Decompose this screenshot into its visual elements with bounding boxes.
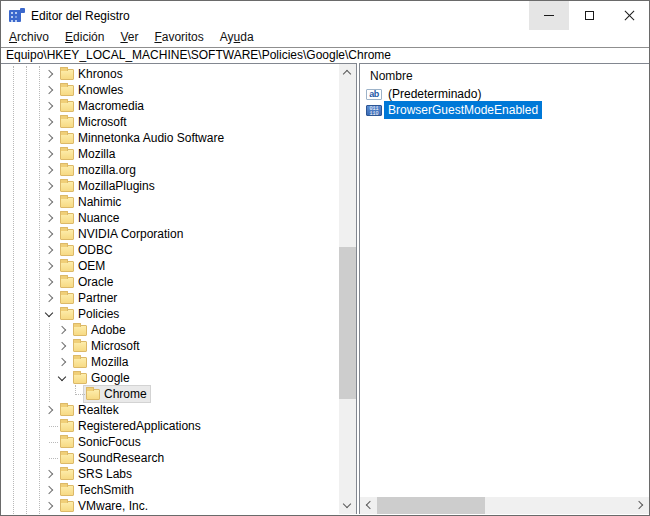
- tree-item-label: Adobe: [91, 323, 126, 337]
- address-input[interactable]: [1, 47, 649, 65]
- maximize-button[interactable]: [569, 1, 609, 30]
- tree-item-Nahimic[interactable]: Nahimic: [1, 194, 339, 210]
- folder-icon: [60, 101, 74, 112]
- tree-item-label: Policies: [78, 307, 119, 321]
- menu-item-ver[interactable]: Ver: [112, 31, 146, 45]
- tree-item-Chrome[interactable]: Chrome: [1, 386, 339, 402]
- chevron-right-icon[interactable]: [43, 210, 55, 226]
- chevron-right-icon[interactable]: [43, 498, 55, 514]
- tree-item-label: Microsoft: [78, 115, 127, 129]
- tree-item-label: Partner: [78, 291, 117, 305]
- chevron-right-icon[interactable]: [43, 274, 55, 290]
- tree-item-Realtek[interactable]: Realtek: [1, 402, 339, 418]
- string-value-icon: [366, 89, 382, 100]
- chevron-right-icon[interactable]: [56, 354, 68, 370]
- scroll-left-button[interactable]: [360, 497, 377, 514]
- chevron-right-icon[interactable]: [43, 194, 55, 210]
- chevron-right-icon[interactable]: [43, 162, 55, 178]
- scrollbar-thumb[interactable]: [377, 497, 485, 514]
- tree-item-SonicFocus[interactable]: SonicFocus: [1, 434, 339, 450]
- column-header-name[interactable]: Nombre: [360, 64, 649, 86]
- tree-item-SRS Labs[interactable]: SRS Labs: [1, 466, 339, 482]
- chevron-right-icon[interactable]: [43, 226, 55, 242]
- tree-item-label: Knowles: [78, 83, 123, 97]
- tree-item-OEM[interactable]: OEM: [1, 258, 339, 274]
- tree-item-TechSmith[interactable]: TechSmith: [1, 482, 339, 498]
- tree-item-Khronos[interactable]: Khronos: [1, 66, 339, 82]
- tree-item-SoundResearch[interactable]: SoundResearch: [1, 450, 339, 466]
- menu-item-favoritos[interactable]: Favoritos: [146, 31, 211, 45]
- chevron-right-icon[interactable]: [43, 66, 55, 82]
- menu-item-archivo[interactable]: Archivo: [1, 31, 57, 45]
- menu-bar: ArchivoEdiciónVerFavoritosAyuda: [1, 31, 649, 45]
- tree-item-label: TechSmith: [78, 483, 134, 497]
- tree-item-label: ODBC: [78, 243, 113, 257]
- chevron-right-icon[interactable]: [43, 178, 55, 194]
- value-row-BrowserGuestModeEnabled[interactable]: BrowserGuestModeEnabled: [360, 102, 649, 118]
- chevron-right-icon[interactable]: [43, 114, 55, 130]
- tree-item-Mozilla[interactable]: Mozilla: [1, 146, 339, 162]
- folder-icon: [60, 245, 74, 256]
- folder-icon: [60, 197, 74, 208]
- chevron-right-icon[interactable]: [43, 242, 55, 258]
- chevron-right-icon[interactable]: [43, 98, 55, 114]
- tree-item-content[interactable]: VMware, Inc.: [57, 497, 152, 514]
- chevron-right-icon[interactable]: [56, 322, 68, 338]
- value-row-Predeterminado[interactable]: (Predeterminado): [360, 86, 649, 102]
- tree-item-Google[interactable]: Google: [1, 370, 339, 386]
- chevron-right-icon[interactable]: [43, 482, 55, 498]
- chevron-right-icon[interactable]: [56, 338, 68, 354]
- menu-item-ayuda[interactable]: Ayuda: [212, 31, 262, 45]
- chevron-up-icon: [343, 70, 351, 78]
- title-bar[interactable]: Editor del Registro: [1, 1, 649, 31]
- folder-icon: [60, 405, 74, 416]
- tree-item-Knowles[interactable]: Knowles: [1, 82, 339, 98]
- tree-item-label: Chrome: [104, 387, 147, 401]
- tree-item-Microsoft[interactable]: Microsoft: [1, 338, 339, 354]
- tree-item-Microsoft[interactable]: Microsoft: [1, 114, 339, 130]
- chevron-right-icon[interactable]: [43, 130, 55, 146]
- chevron-right-icon[interactable]: [43, 146, 55, 162]
- scroll-right-button[interactable]: [632, 497, 649, 514]
- tree-item-Minnetonka Audio Software[interactable]: Minnetonka Audio Software: [1, 130, 339, 146]
- tree-item-Nuance[interactable]: Nuance: [1, 210, 339, 226]
- minimize-button[interactable]: [529, 1, 569, 30]
- chevron-right-icon[interactable]: [43, 466, 55, 482]
- tree-item-mozilla.org[interactable]: mozilla.org: [1, 162, 339, 178]
- main-area: KhronosKnowlesMacromediaMicrosoftMinneto…: [1, 63, 649, 514]
- tree-item-label: Minnetonka Audio Software: [78, 131, 224, 145]
- tree-vertical-scrollbar[interactable]: [339, 64, 356, 514]
- tree-item-RegisteredApplications[interactable]: RegisteredApplications: [1, 418, 339, 434]
- chevron-down-icon[interactable]: [43, 306, 55, 322]
- folder-icon: [60, 165, 74, 176]
- menu-item-edición[interactable]: Edición: [57, 31, 112, 45]
- scroll-down-button[interactable]: [339, 497, 356, 514]
- tree-item-Policies[interactable]: Policies: [1, 306, 339, 322]
- tree-item-Oracle[interactable]: Oracle: [1, 274, 339, 290]
- tree-item-label: Khronos: [78, 67, 123, 81]
- values-horizontal-scrollbar[interactable]: [360, 497, 649, 514]
- tree-item-ODBC[interactable]: ODBC: [1, 242, 339, 258]
- tree-item-VMware, Inc.[interactable]: VMware, Inc.: [1, 498, 339, 514]
- chevron-right-icon[interactable]: [43, 258, 55, 274]
- tree-view[interactable]: KhronosKnowlesMacromediaMicrosoftMinneto…: [1, 64, 339, 514]
- tree-item-NVIDIA Corporation[interactable]: NVIDIA Corporation: [1, 226, 339, 242]
- tree-item-Mozilla[interactable]: Mozilla: [1, 354, 339, 370]
- tree-item-Macromedia[interactable]: Macromedia: [1, 98, 339, 114]
- tree-item-Partner[interactable]: Partner: [1, 290, 339, 306]
- values-list[interactable]: (Predeterminado)BrowserGuestModeEnabled: [360, 86, 649, 497]
- scrollbar-thumb[interactable]: [339, 247, 356, 399]
- chevron-right-icon[interactable]: [43, 290, 55, 306]
- chevron-right-icon[interactable]: [43, 82, 55, 98]
- scroll-up-button[interactable]: [339, 64, 356, 81]
- folder-icon: [60, 453, 74, 464]
- chevron-down-icon[interactable]: [56, 370, 68, 386]
- tree-item-MozillaPlugins[interactable]: MozillaPlugins: [1, 178, 339, 194]
- folder-icon: [60, 469, 74, 480]
- tree-connector: [43, 450, 55, 466]
- tree-item-Adobe[interactable]: Adobe: [1, 322, 339, 338]
- maximize-icon: [585, 11, 594, 20]
- chevron-right-icon[interactable]: [43, 402, 55, 418]
- folder-icon: [60, 117, 74, 128]
- close-button[interactable]: [609, 1, 649, 30]
